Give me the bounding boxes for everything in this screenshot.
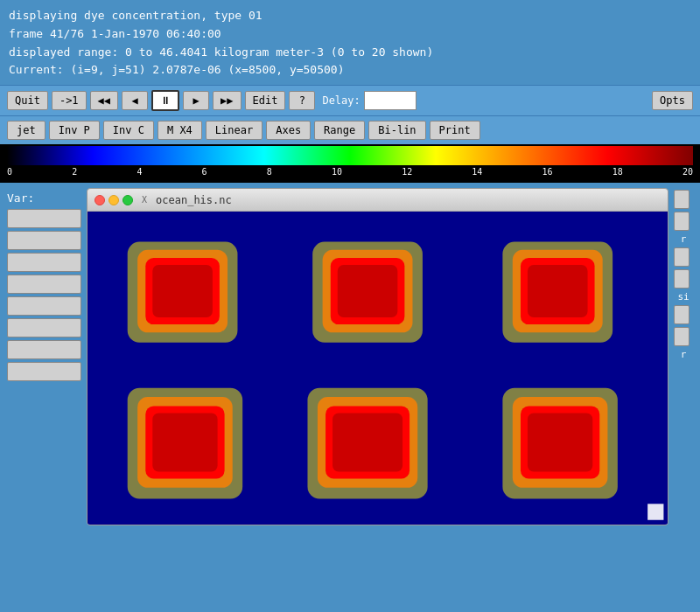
var-btn-3[interactable]	[7, 253, 81, 272]
print-button[interactable]: Print	[430, 121, 480, 140]
close-x-icon: X	[142, 195, 147, 205]
invp-button[interactable]: Inv P	[49, 121, 100, 140]
blob-top-left	[128, 242, 238, 343]
quit-button[interactable]: Quit	[7, 91, 48, 110]
var-btn-1[interactable]	[7, 209, 81, 228]
svg-rect-16	[152, 414, 217, 472]
jet-button[interactable]: jet	[7, 121, 46, 140]
svg-rect-24	[528, 414, 592, 472]
blob-top-right	[502, 242, 612, 343]
svg-rect-12	[528, 265, 588, 317]
blob-top-center	[312, 242, 423, 343]
resize-handle[interactable]	[648, 504, 663, 519]
linear-button[interactable]: Linear	[206, 121, 262, 140]
colorbar-container: 0 2 4 6 8 10 12 14 16 18 20	[0, 144, 700, 183]
colorbar-label-0: 0	[7, 167, 12, 177]
info-line3: displayed range: 0 to 46.4041 kilogram m…	[9, 44, 691, 62]
svg-rect-20	[332, 414, 402, 472]
func-buttons-bar: jet Inv P Inv C M X4 Linear Axes Range B…	[0, 116, 700, 144]
right-btn-1[interactable]	[674, 190, 690, 209]
var-btn-2[interactable]	[7, 231, 81, 250]
axes-button[interactable]: Axes	[266, 121, 311, 140]
colorbar-label-8: 8	[267, 167, 272, 177]
help-button[interactable]: ?	[289, 91, 315, 110]
next-button[interactable]: ▶	[183, 91, 209, 110]
var-btn-5[interactable]	[7, 296, 81, 316]
var-label: Var:	[7, 191, 34, 205]
blob-bottom-left	[128, 388, 242, 499]
goto1-button[interactable]: ->1	[52, 91, 87, 110]
ocean-window: X ocean_his.nc	[87, 188, 668, 525]
var-side: Var:	[7, 188, 81, 525]
info-line4: Current: (i=9, j=51) 2.0787e-06 (x=8500,…	[9, 61, 691, 80]
colorbar-gradient	[7, 146, 693, 165]
info-panel: displaying dye concentration, type 01 fr…	[0, 0, 700, 85]
colorbar-label-16: 16	[542, 167, 553, 177]
colorbar-label-12: 12	[402, 167, 412, 177]
colorbar-label-2: 2	[72, 167, 77, 177]
blob-bottom-right	[502, 388, 617, 499]
colorbar-labels: 0 2 4 6 8 10 12 14 16 18 20	[7, 165, 693, 178]
maximize-button[interactable]	[122, 195, 133, 205]
right-label-r2: r	[674, 349, 693, 360]
colorbar-label-10: 10	[332, 167, 342, 177]
close-button[interactable]	[94, 195, 105, 205]
svg-rect-4	[152, 265, 213, 317]
ocean-titlebar: X ocean_his.nc	[88, 189, 668, 212]
right-side: r si r	[674, 188, 693, 525]
mx4-button[interactable]: M X4	[158, 121, 202, 140]
rewind-button[interactable]: ◀◀	[90, 91, 118, 110]
right-label-si: si	[674, 291, 693, 303]
right-btn-2[interactable]	[674, 212, 690, 231]
ocean-visualization	[88, 212, 668, 524]
colorbar-label-4: 4	[136, 167, 142, 177]
right-label-r1: r	[674, 233, 693, 245]
right-btn-6[interactable]	[674, 327, 690, 346]
minimize-button[interactable]	[108, 195, 119, 205]
colorbar-label-14: 14	[472, 167, 482, 177]
ocean-canvas	[88, 212, 668, 524]
main-area: Var: X ocean_his.nc	[0, 183, 700, 530]
var-btn-8[interactable]	[7, 362, 81, 381]
traffic-lights	[94, 195, 133, 205]
opts-button[interactable]: Opts	[652, 91, 693, 110]
var-btn-4[interactable]	[7, 275, 81, 294]
colorbar-label-6: 6	[202, 167, 207, 177]
ffwd-button[interactable]: ▶▶	[213, 91, 241, 110]
invc-button[interactable]: Inv C	[103, 121, 154, 140]
prev-button[interactable]: ◀	[122, 91, 148, 110]
right-btn-5[interactable]	[674, 305, 690, 324]
svg-rect-8	[338, 265, 398, 317]
info-line2: frame 41/76 1-Jan-1970 06:40:00	[9, 25, 691, 44]
range-button[interactable]: Range	[314, 121, 365, 140]
blob-bottom-center	[307, 388, 427, 499]
edit-button[interactable]: Edit	[245, 91, 286, 110]
info-line1: displaying dye concentration, type 01	[9, 7, 691, 25]
delay-input[interactable]	[364, 91, 416, 110]
right-btn-3[interactable]	[674, 247, 690, 267]
pause-button[interactable]: ⏸	[151, 90, 179, 111]
right-btn-4[interactable]	[674, 269, 690, 289]
bilin-button[interactable]: Bi-lin	[368, 121, 425, 140]
colorbar-label-18: 18	[612, 167, 623, 177]
var-btn-7[interactable]	[7, 340, 81, 359]
ocean-title: ocean_his.nc	[156, 194, 232, 206]
controls-bar: Quit ->1 ◀◀ ◀ ⏸ ▶ ▶▶ Edit ? Delay: Opts	[0, 85, 700, 116]
delay-label: Delay:	[322, 94, 360, 107]
var-btn-6[interactable]	[7, 318, 81, 337]
colorbar-label-20: 20	[682, 167, 693, 177]
